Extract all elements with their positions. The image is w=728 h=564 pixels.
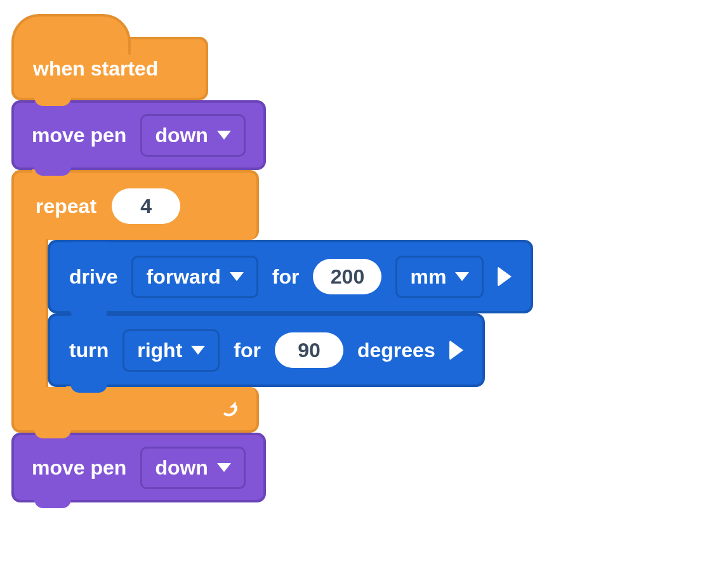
drive-direction-dropdown[interactable]: forward (131, 256, 258, 298)
move-pen-block[interactable]: move pen down (11, 433, 266, 502)
pen-direction-dropdown[interactable]: down (140, 114, 246, 157)
play-icon[interactable] (449, 340, 463, 360)
drive-unit-dropdown[interactable]: mm (395, 256, 484, 298)
block-connector (34, 167, 71, 176)
turn-label: turn (69, 339, 109, 362)
block-connector (70, 384, 107, 393)
hat-label: when started (33, 57, 158, 81)
turn-block[interactable]: turn right for 90 degrees (48, 313, 485, 387)
dropdown-value: forward (146, 265, 220, 289)
repeat-side (11, 239, 48, 387)
chevron-down-icon (217, 463, 231, 472)
drive-distance-input[interactable]: 200 (313, 259, 381, 294)
play-icon[interactable] (498, 266, 512, 287)
repeat-header[interactable]: repeat 4 (11, 170, 259, 240)
block-connector (70, 310, 107, 319)
dropdown-value: down (155, 124, 208, 147)
drive-block[interactable]: drive forward for 200 mm (48, 240, 533, 313)
when-started-block[interactable]: when started (11, 37, 208, 100)
repeat-label: repeat (36, 195, 96, 218)
turn-angle-input[interactable]: 90 (275, 332, 343, 368)
chevron-down-icon (455, 272, 469, 281)
turn-direction-dropdown[interactable]: right (122, 329, 220, 372)
repeat-block[interactable]: repeat 4 drive forward (11, 170, 533, 433)
loop-arrow-icon (220, 398, 241, 419)
dropdown-value: mm (410, 265, 446, 289)
pen-direction-dropdown[interactable]: down (140, 447, 246, 489)
chevron-down-icon (230, 272, 244, 281)
block-connector (34, 97, 71, 106)
drive-label: drive (69, 265, 117, 289)
turn-unit-label: degrees (357, 339, 435, 362)
dropdown-value: right (137, 339, 182, 362)
move-pen-block[interactable]: move pen down (11, 100, 266, 170)
block-connector (34, 430, 71, 438)
block-connector (70, 242, 107, 251)
move-pen-label: move pen (32, 124, 126, 147)
chevron-down-icon (191, 346, 205, 355)
turn-for-label: for (234, 339, 261, 362)
dropdown-value: down (155, 456, 208, 480)
move-pen-label: move pen (32, 456, 126, 480)
hat-cap (11, 14, 131, 55)
repeat-count-input[interactable]: 4 (112, 188, 180, 224)
block-connector (34, 499, 71, 508)
chevron-down-icon (217, 131, 231, 140)
repeat-footer[interactable] (11, 387, 259, 433)
drive-for-label: for (272, 265, 300, 289)
